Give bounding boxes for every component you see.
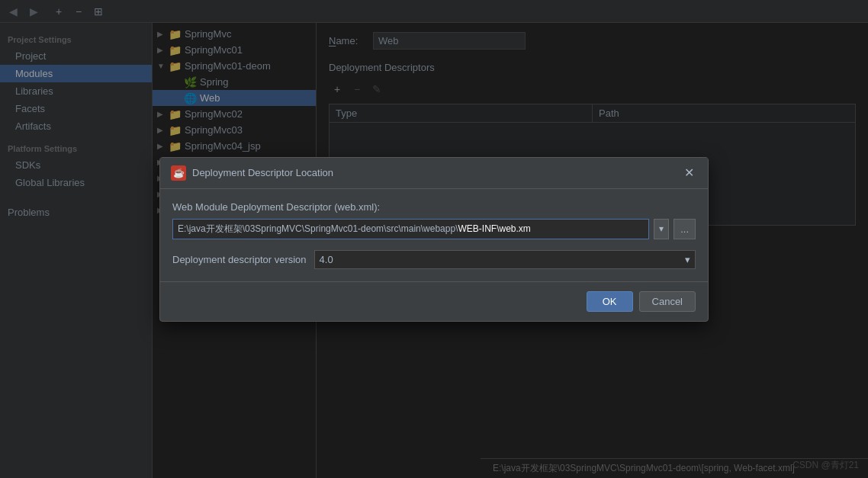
dialog-browse-button[interactable]: ... bbox=[674, 219, 696, 239]
dialog-field-label: Web Module Deployment Descriptor (web.xm… bbox=[172, 201, 696, 213]
dialog-version-value: 4.0 bbox=[320, 254, 333, 265]
dialog-title-icon: ☕ bbox=[171, 165, 186, 181]
dialog-icon-symbol: ☕ bbox=[173, 168, 185, 178]
dialog-overlay: ☕ Deployment Descriptor Location ✕ Web M… bbox=[0, 0, 868, 478]
deployment-descriptor-dialog: ☕ Deployment Descriptor Location ✕ Web M… bbox=[159, 157, 709, 322]
path-highlight-text: WEB-INF\web.xm bbox=[458, 223, 530, 234]
dialog-version-chevron: ▾ bbox=[685, 254, 690, 265]
dialog-path-dropdown-button[interactable]: ▾ bbox=[654, 219, 669, 239]
dialog-title-text: Deployment Descriptor Location bbox=[192, 167, 681, 178]
dialog-version-row: Deployment descriptor version 4.0 ▾ bbox=[172, 250, 696, 269]
dialog-body: Web Module Deployment Descriptor (web.xm… bbox=[160, 189, 708, 281]
dialog-input-row: E:\java开发框架\03SpringMVC\SpringMvc01-deom… bbox=[172, 219, 696, 239]
dialog-title-bar: ☕ Deployment Descriptor Location ✕ bbox=[160, 158, 708, 189]
path-prefix: E:\java开发框架\03SpringMVC\SpringMvc01-deom… bbox=[178, 223, 458, 236]
dialog-version-label: Deployment descriptor version bbox=[172, 254, 307, 265]
dialog-cancel-button[interactable]: Cancel bbox=[639, 291, 696, 312]
dialog-version-select[interactable]: 4.0 ▾ bbox=[314, 250, 696, 269]
dialog-path-display[interactable]: E:\java开发框架\03SpringMVC\SpringMvc01-deom… bbox=[172, 219, 649, 239]
dialog-footer: OK Cancel bbox=[160, 281, 708, 321]
dialog-ok-button[interactable]: OK bbox=[587, 291, 633, 312]
dialog-close-button[interactable]: ✕ bbox=[681, 167, 697, 179]
